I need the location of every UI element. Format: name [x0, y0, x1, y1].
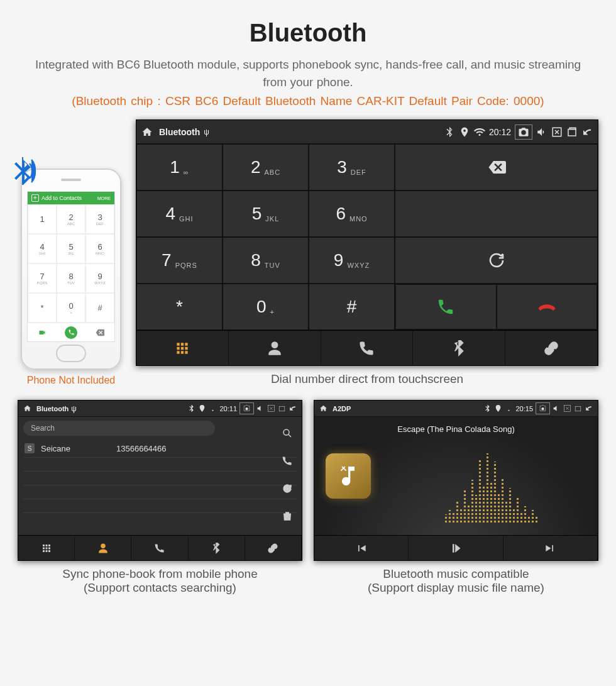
screenshot-icon[interactable] — [239, 402, 254, 414]
phone-key-7: 7PQRS — [28, 263, 57, 293]
volume-icon[interactable] — [536, 126, 547, 138]
volume-icon[interactable] — [256, 404, 265, 412]
wifi-icon — [474, 126, 485, 138]
page-subtitle: Integrated with BC6 Bluetooth module, su… — [31, 56, 585, 91]
key-#[interactable]: # — [309, 284, 395, 330]
key-5[interactable]: 5JKL — [223, 191, 309, 237]
key-4[interactable]: 4GHI — [136, 191, 223, 237]
phone-header-text: Add to Contacts — [41, 195, 82, 201]
home-icon[interactable] — [23, 404, 31, 412]
phone-key-0: 0+ — [57, 293, 85, 323]
page-title: Bluetooth — [6, 19, 610, 47]
phonebook-screen: Bluetooth ψ 20:11 Search S Seicane 13566… — [18, 400, 302, 561]
key-6[interactable]: 6MNO — [309, 191, 395, 237]
home-icon[interactable] — [319, 404, 327, 412]
key-3[interactable]: 3DEF — [309, 144, 395, 191]
tab-calllog[interactable] — [131, 536, 188, 560]
key-1[interactable]: 1∞ — [136, 144, 223, 191]
key-2[interactable]: 2ABC — [223, 144, 309, 191]
search-input[interactable]: Search — [23, 421, 215, 436]
delete-icon[interactable] — [282, 511, 293, 524]
bluetooth-broadcast-icon — [8, 156, 38, 186]
tab-dialpad[interactable] — [18, 536, 75, 560]
key-0[interactable]: 0+ — [223, 284, 309, 330]
tab-dialpad[interactable] — [136, 331, 229, 365]
screenshot-icon[interactable] — [536, 402, 550, 414]
clock: 20:15 — [515, 405, 533, 412]
phone-header: + Add to Contacts MORE — [28, 192, 114, 204]
bluetooth-icon — [187, 404, 195, 412]
phone-video-icon — [28, 323, 57, 341]
close-icon[interactable] — [551, 126, 563, 138]
tab-pair[interactable] — [245, 536, 302, 560]
key-7[interactable]: 7PQRS — [136, 237, 223, 284]
back-icon[interactable] — [289, 404, 297, 412]
svg-rect-1 — [568, 129, 576, 136]
wifi-icon — [209, 404, 217, 412]
back-icon[interactable] — [585, 404, 593, 412]
location-icon — [198, 404, 206, 412]
empty-cell — [395, 191, 598, 237]
bottom-tabs — [136, 330, 598, 365]
hangup-button[interactable] — [497, 284, 597, 329]
play-button[interactable] — [409, 536, 503, 560]
key-8[interactable]: 8TUV — [223, 237, 309, 284]
statusbar: A2DP 20:15 — [314, 401, 598, 417]
key-*[interactable]: * — [136, 284, 223, 330]
phone-key-4: 4GHI — [28, 234, 57, 263]
close-icon[interactable] — [267, 404, 275, 412]
prev-button[interactable] — [314, 536, 409, 560]
phone-key-9: 9WXYZ — [85, 263, 114, 293]
phone-note: Phone Not Included — [18, 375, 124, 386]
clock: 20:12 — [489, 127, 511, 137]
call-button[interactable] — [395, 284, 496, 329]
wifi-icon — [505, 404, 513, 412]
statusbar: Bluetooth ψ 20:11 — [18, 401, 302, 417]
tab-contacts[interactable] — [229, 331, 321, 365]
phonebook-caption: Sync phone-book from mobile phone (Suppo… — [18, 567, 302, 595]
music-caption: Bluetooth music compatible (Support disp… — [314, 567, 598, 595]
backspace-button[interactable] — [395, 144, 598, 191]
screen-title: Bluetooth — [159, 127, 200, 137]
svg-point-7 — [541, 407, 544, 410]
key-9[interactable]: 9WXYZ — [309, 237, 395, 284]
tab-contacts[interactable] — [75, 536, 131, 560]
bottom-tabs — [18, 535, 302, 560]
phone-mockup: + Add to Contacts MORE 12ABC3DEF4GHI5JKL… — [21, 169, 121, 370]
search-icon[interactable] — [282, 428, 293, 441]
bluetooth-icon — [444, 126, 455, 138]
phone-more: MORE — [97, 196, 111, 201]
screenshot-icon[interactable] — [515, 124, 532, 140]
recents-icon[interactable] — [278, 404, 286, 412]
plus-icon: + — [31, 194, 39, 202]
dialer-caption: Dial number direct from touchscreen — [136, 372, 598, 386]
tab-pair[interactable] — [505, 331, 598, 365]
tab-calllog[interactable] — [321, 331, 414, 365]
phone-backspace-icon — [85, 323, 114, 341]
call-icon[interactable] — [282, 455, 293, 469]
side-actions — [277, 421, 298, 531]
phone-key-#: # — [85, 293, 114, 323]
svg-rect-9 — [575, 406, 581, 411]
back-icon[interactable] — [581, 126, 593, 138]
recents-icon[interactable] — [566, 126, 578, 138]
recents-icon[interactable] — [574, 404, 582, 412]
sync-icon[interactable] — [282, 483, 293, 497]
tab-bluetooth[interactable] — [189, 536, 245, 560]
phone-key-2: 2ABC — [57, 204, 85, 234]
song-title: Escape (The Pina Colada Song) — [314, 424, 598, 434]
location-icon — [494, 404, 502, 412]
equalizer — [396, 453, 586, 523]
list-item — [23, 499, 297, 513]
close-icon[interactable] — [563, 404, 571, 412]
contact-row[interactable]: S Seicane 13566664466 — [23, 440, 297, 458]
phone-keypad: 12ABC3DEF4GHI5JKL6MNO7PQRS8TUV9WXYZ*0+# — [28, 204, 114, 323]
clock: 20:11 — [219, 405, 237, 412]
next-button[interactable] — [503, 536, 598, 560]
tab-bluetooth[interactable] — [413, 331, 505, 365]
volume-icon[interactable] — [553, 404, 561, 412]
home-icon[interactable] — [141, 126, 153, 138]
statusbar: Bluetooth ψ 20:12 — [136, 120, 598, 144]
refresh-button[interactable] — [395, 237, 598, 284]
list-item — [23, 458, 297, 472]
